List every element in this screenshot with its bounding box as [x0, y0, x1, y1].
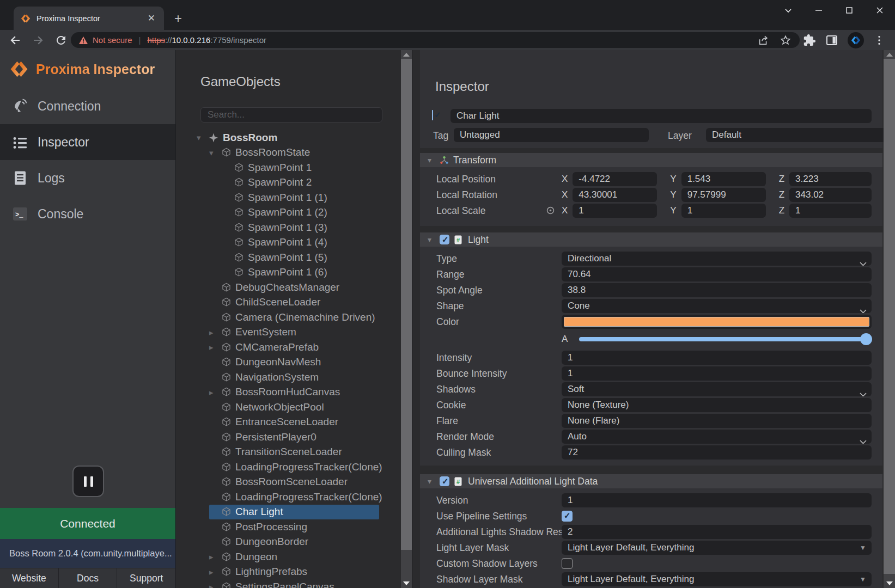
not-secure-label[interactable]: Not secure: [93, 35, 132, 45]
tree-scrollbar[interactable]: [401, 50, 412, 588]
inspector-scrollbar[interactable]: [884, 50, 895, 588]
value-select[interactable]: Directional: [562, 252, 872, 266]
tree-item[interactable]: TransitionSceneLoader: [209, 445, 379, 460]
slider-handle[interactable]: [860, 333, 872, 345]
value-input[interactable]: 1: [562, 366, 872, 381]
value-input[interactable]: 2: [562, 525, 872, 539]
scrollbar-thumb[interactable]: [401, 59, 412, 550]
chevron-down-icon[interactable]: ▾: [428, 236, 440, 243]
tab-search-chevron-icon[interactable]: [773, 0, 803, 21]
tree-item[interactable]: DungeonBorder: [209, 535, 379, 550]
sidebar-item-logs[interactable]: Logs: [0, 160, 175, 196]
forward-icon[interactable]: [32, 34, 45, 47]
component-enabled-checkbox[interactable]: [440, 476, 449, 486]
color-swatch[interactable]: [564, 317, 869, 327]
scroll-up-icon[interactable]: [403, 53, 410, 57]
side-panel-icon[interactable]: [825, 34, 838, 47]
tree-item[interactable]: LoadingProgressTracker(Clone): [209, 489, 379, 505]
tree-item[interactable]: SpawnPoint 1: [222, 160, 379, 175]
component-enabled-checkbox[interactable]: [440, 235, 449, 244]
footer-link-support[interactable]: Support: [117, 568, 175, 588]
value-select[interactable]: Auto: [562, 430, 872, 444]
tree-item[interactable]: SpawnPoint 1 (1): [222, 190, 379, 205]
pause-button[interactable]: [72, 465, 104, 497]
value-input[interactable]: 1: [562, 351, 872, 365]
address-bar[interactable]: Not secure | https :// 10.0.0.216 :7759/…: [71, 32, 800, 48]
value-input[interactable]: 70.64: [562, 267, 872, 281]
y-input[interactable]: 97.57999: [681, 188, 766, 202]
reload-icon[interactable]: [54, 34, 68, 47]
scroll-down-icon[interactable]: [886, 581, 893, 585]
scroll-up-icon[interactable]: [886, 53, 893, 57]
tree-item[interactable]: PersistentPlayer0: [209, 430, 379, 445]
chevron-down-icon[interactable]: ▾: [428, 477, 440, 485]
tree-item[interactable]: DungeonNavMesh: [209, 355, 379, 370]
value-input[interactable]: 1: [562, 493, 872, 507]
value-select[interactable]: Cone: [562, 299, 872, 313]
value-input[interactable]: 38.8: [562, 283, 872, 297]
mask-select[interactable]: Light Layer Default, Everything▼: [562, 541, 872, 555]
value-input[interactable]: None (Flare): [562, 414, 872, 428]
tree-item[interactable]: SpawnPoint 1 (4): [222, 235, 379, 250]
menu-dots-icon[interactable]: [873, 34, 885, 46]
sidebar-item-inspector[interactable]: Inspector: [0, 124, 175, 160]
tree-item[interactable]: Char Light: [209, 505, 379, 520]
proxima-extension-icon[interactable]: [848, 32, 864, 48]
value-input[interactable]: None (Texture): [562, 398, 872, 412]
tree-item[interactable]: Camera (Cinemachine Driven): [209, 310, 379, 325]
browser-tab[interactable]: Proxima Inspector ✕: [14, 7, 164, 30]
gameobject-name-input[interactable]: [450, 109, 872, 123]
chevron-right-icon[interactable]: ▸: [209, 568, 221, 576]
tree-item[interactable]: ChildSceneLoader: [209, 295, 379, 310]
tree-item[interactable]: SpawnPoint 1 (2): [222, 205, 379, 220]
tag-input[interactable]: [454, 128, 649, 142]
color-field[interactable]: [562, 315, 872, 329]
value-input[interactable]: 72: [562, 445, 872, 460]
x-input[interactable]: 43.30001: [573, 188, 657, 202]
tree-item[interactable]: LoadingProgressTracker(Clone): [209, 460, 379, 475]
close-button[interactable]: [864, 0, 895, 21]
x-input[interactable]: -4.4722: [573, 172, 657, 186]
tab-close-icon[interactable]: ✕: [145, 13, 157, 24]
tree-item[interactable]: ▾BossRoom: [197, 130, 379, 145]
tree-item[interactable]: SpawnPoint 1 (3): [222, 220, 379, 235]
tree-item[interactable]: SpawnPoint 1 (5): [222, 250, 379, 265]
extensions-puzzle-icon[interactable]: [803, 34, 816, 47]
tree-item[interactable]: NetworkObjectPool: [209, 400, 379, 415]
chevron-down-icon[interactable]: ▾: [209, 149, 221, 157]
tree-item[interactable]: BossRoomSceneLoader: [209, 475, 379, 490]
share-icon[interactable]: [758, 34, 770, 46]
value-checkbox[interactable]: [562, 558, 573, 569]
tree-item[interactable]: SpawnPoint 2: [222, 175, 379, 191]
footer-link-website[interactable]: Website: [0, 568, 58, 588]
tree-item[interactable]: PostProcessing: [209, 519, 379, 535]
tree-item[interactable]: ▸CMCameraPrefab: [209, 340, 379, 355]
bookmark-star-icon[interactable]: [780, 34, 792, 46]
link-icon[interactable]: [545, 205, 556, 216]
tree-item[interactable]: EntranceSceneLoader: [209, 415, 379, 430]
sidebar-item-console[interactable]: >_Console: [0, 196, 175, 232]
y-input[interactable]: 1: [681, 204, 766, 218]
maximize-button[interactable]: [834, 0, 864, 21]
chevron-right-icon[interactable]: ▸: [209, 553, 221, 561]
mask-select[interactable]: Light Layer Default, Everything▼: [562, 572, 872, 586]
component-header[interactable]: ▾#Light: [420, 232, 882, 247]
component-header[interactable]: ▾Transform: [420, 153, 882, 167]
alpha-slider[interactable]: [579, 337, 872, 341]
scrollbar-thumb[interactable]: [884, 59, 895, 574]
z-input[interactable]: 3.223: [789, 172, 872, 186]
tree-item[interactable]: ▸EventSystem: [209, 325, 379, 340]
tree-item[interactable]: ▸Dungeon: [209, 549, 379, 565]
z-input[interactable]: 343.02: [789, 188, 872, 202]
chevron-right-icon[interactable]: ▸: [209, 328, 221, 336]
tree-item[interactable]: ▸SettingsPanelCanvas: [209, 579, 379, 588]
tree-item[interactable]: NavigationSystem: [209, 370, 379, 385]
tree-item[interactable]: ▸LightingPrefabs: [209, 565, 379, 580]
chevron-right-icon[interactable]: ▸: [209, 583, 221, 588]
active-checkbox[interactable]: [432, 110, 433, 120]
chevron-down-icon[interactable]: ▾: [428, 156, 440, 164]
x-input[interactable]: 1: [573, 204, 657, 218]
chevron-right-icon[interactable]: ▸: [209, 343, 221, 351]
component-header[interactable]: ▾#Universal Additional Light Data: [420, 474, 882, 488]
sidebar-item-connection[interactable]: Connection: [0, 88, 175, 124]
